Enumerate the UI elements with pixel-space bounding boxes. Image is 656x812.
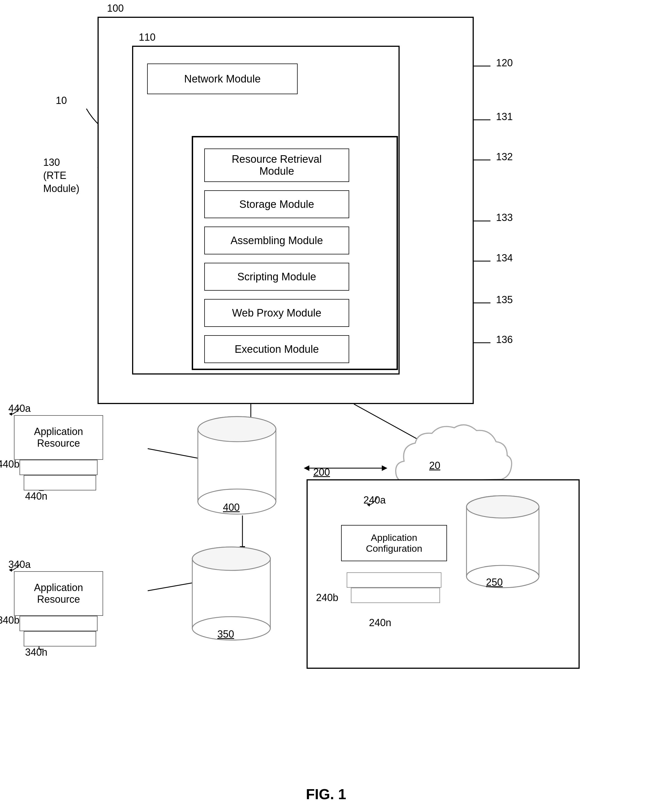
svg-marker-24 <box>304 466 309 471</box>
app-config-label: ApplicationConfiguration <box>366 532 422 554</box>
app-resource-440-box: ApplicationResource <box>14 415 103 460</box>
ref-200-label: 200 <box>313 467 330 478</box>
ref-110-label: 110 <box>139 31 156 43</box>
svg-point-61 <box>198 417 276 442</box>
app-config-box: ApplicationConfiguration <box>341 525 447 561</box>
svg-point-70 <box>467 496 539 518</box>
box-110: 110 Network Module Resource RetrievalMod… <box>132 46 400 374</box>
box-200: 200 240a ApplicationConfiguration 240b 2… <box>306 479 580 669</box>
resource-retrieval-box: Resource RetrievalModule <box>204 148 349 182</box>
ref-440b-label: 440b <box>0 458 20 470</box>
svg-marker-66 <box>367 503 370 507</box>
ref-130-label: 130 (RTEModule) <box>43 156 79 195</box>
resource-retrieval-label: Resource RetrievalModule <box>232 153 322 177</box>
ref-120-label: 120 <box>496 57 513 69</box>
ref-340b-label: 340b <box>0 614 20 626</box>
ref-130-sub: (RTEModule) <box>43 170 79 194</box>
app-resource-440-label: ApplicationResource <box>34 426 83 449</box>
app-resource-440-stack-1 <box>20 460 97 475</box>
web-proxy-module-label: Web Proxy Module <box>232 307 321 319</box>
web-proxy-module-box: Web Proxy Module <box>204 299 349 327</box>
cylinder-350: 350 <box>189 546 273 647</box>
svg-marker-71 <box>9 412 12 416</box>
ref-250-label: 250 <box>486 577 503 588</box>
diagram-container: 10 100 110 Network Module Resource Retri… <box>0 0 656 812</box>
app-resource-440-stack-2 <box>24 475 96 490</box>
ref-133-label: 133 <box>496 212 513 223</box>
ref-340n-label: 340n <box>25 647 47 658</box>
ref-350-label: 350 <box>217 628 234 640</box>
scripting-module-box: Scripting Module <box>204 263 349 291</box>
app-resource-340-stack-2 <box>24 631 96 647</box>
svg-point-65 <box>192 547 270 571</box>
ref-440n-label: 440n <box>25 490 47 502</box>
app-resource-440-group: 440a ApplicationResource 440b 440n <box>14 415 103 460</box>
ref-134-label: 134 <box>496 252 513 264</box>
execution-module-label: Execution Module <box>235 343 319 355</box>
box-100: 100 110 Network Module Resource Retrieva… <box>97 17 474 404</box>
figure-label: FIG. 1 <box>284 786 368 803</box>
ref-131-label: 131 <box>496 111 513 122</box>
app-resource-340-box: ApplicationResource <box>14 571 103 616</box>
ref-240b-label: 240b <box>316 592 338 603</box>
cylinder-250: 250 <box>464 494 542 596</box>
svg-line-30 <box>148 582 195 591</box>
ref-400-label: 400 <box>223 501 240 513</box>
app-resource-340-label: ApplicationResource <box>34 582 83 605</box>
storage-module-box: Storage Module <box>204 190 349 218</box>
assembling-module-box: Assembling Module <box>204 227 349 254</box>
ref-136-label: 136 <box>496 334 513 345</box>
assembling-module-label: Assembling Module <box>231 235 323 247</box>
ref-132-label: 132 <box>496 151 513 163</box>
network-module-box: Network Module <box>147 63 298 94</box>
cylinder-400: 400 <box>195 415 278 521</box>
ref-240n-label: 240n <box>369 617 391 629</box>
ref-130-number: 130 <box>43 156 60 168</box>
app-resource-340-group: 340a ApplicationResource 340b 340n <box>14 571 103 616</box>
ref-100-label: 100 <box>107 3 124 14</box>
storage-module-label: Storage Module <box>239 198 314 210</box>
ref-10-label: 10 <box>56 95 67 107</box>
svg-marker-72 <box>9 568 12 572</box>
scripting-module-label: Scripting Module <box>237 271 316 283</box>
ref-135-label: 135 <box>496 294 513 306</box>
execution-module-box: Execution Module <box>204 335 349 363</box>
config-stack-2 <box>351 588 440 603</box>
app-resource-340-stack-1 <box>20 616 97 631</box>
network-module-label: Network Module <box>184 73 261 85</box>
ref-20-label: 20 <box>429 460 440 472</box>
config-stack-1 <box>347 572 441 588</box>
box-130: Resource RetrievalModule Storage Module … <box>192 136 398 370</box>
